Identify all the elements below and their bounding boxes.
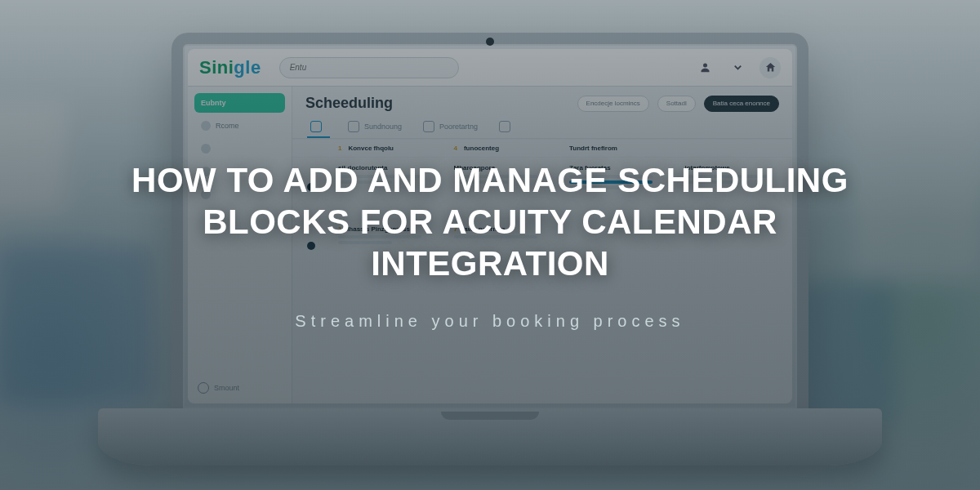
hero-overlay: HOW TO ADD AND MANAGE SCHEDULING BLOCKS … <box>0 0 980 490</box>
hero-subtitle: Streamline your booking process <box>295 312 684 331</box>
hero-title: HOW TO ADD AND MANAGE SCHEDULING BLOCKS … <box>114 159 866 285</box>
